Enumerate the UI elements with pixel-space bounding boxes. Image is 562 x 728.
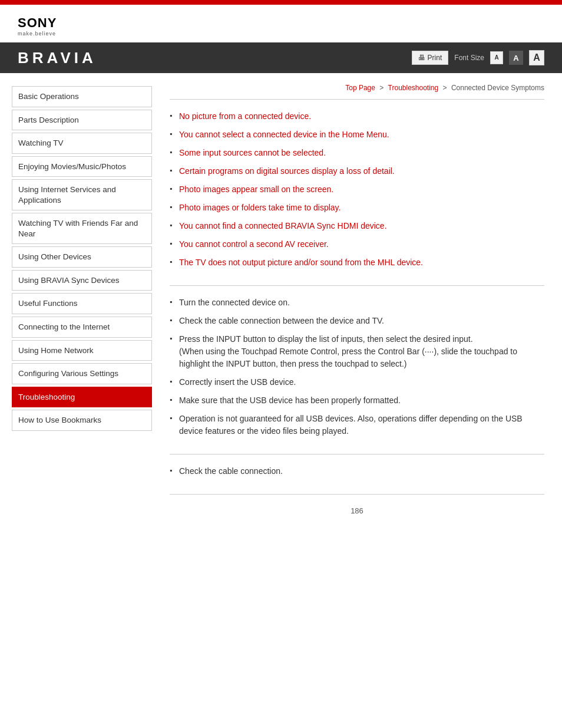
bullet-item-0-3[interactable]: Certain programs on digital sources disp… — [170, 165, 544, 177]
print-icon: 🖶 — [418, 54, 425, 62]
font-size-label: Font Size — [454, 54, 484, 62]
sidebar-item-13[interactable]: How to Use Bookmarks — [12, 410, 152, 431]
bullet-item-1-3: Correctly insert the USB device. — [170, 376, 544, 388]
bullet-list-0: No picture from a connected device.You c… — [170, 110, 544, 269]
sidebar-item-4[interactable]: Using Internet Services and Applications — [12, 179, 152, 210]
top-accent-bar — [0, 0, 562, 5]
bullet-item-0-4[interactable]: Photo images appear small on the screen. — [170, 183, 544, 196]
print-button[interactable]: 🖶 Print — [412, 51, 449, 65]
sidebar-item-9[interactable]: Connecting to the Internet — [12, 317, 152, 338]
sidebar-item-10[interactable]: Using Home Network — [12, 340, 152, 361]
sidebar-item-0[interactable]: Basic Operations — [12, 86, 152, 107]
sidebar-item-3[interactable]: Enjoying Movies/Music/Photos — [12, 156, 152, 177]
bullet-link-0-2[interactable]: Some input sources cannot be selected. — [179, 148, 326, 157]
content-area: Top Page > Troubleshooting > Connected D… — [152, 73, 562, 545]
sidebar-item-2[interactable]: Watching TV — [12, 133, 152, 154]
breadcrumb-troubleshooting[interactable]: Troubleshooting — [388, 84, 439, 92]
bullet-item-1-4: Make sure that the USB device has been p… — [170, 394, 544, 407]
sidebar-item-8[interactable]: Useful Functions — [12, 293, 152, 314]
content-section-2: Check the cable connection. — [170, 454, 544, 495]
bullet-item-1-0: Turn the connected device on. — [170, 297, 544, 309]
sony-logo: SONY — [18, 15, 544, 31]
sony-tagline: make.believe — [18, 31, 544, 37]
breadcrumb-current: Connected Device Symptoms — [451, 84, 544, 92]
sidebar-item-5[interactable]: Watching TV with Friends Far and Near — [12, 213, 152, 244]
sidebar-item-1[interactable]: Parts Description — [12, 110, 152, 131]
bullet-item-0-1[interactable]: You cannot select a connected device in … — [170, 129, 544, 141]
sidebar-item-6[interactable]: Using Other Devices — [12, 246, 152, 268]
print-label: Print — [428, 54, 442, 62]
bullet-link-0-3[interactable]: Certain programs on digital sources disp… — [179, 166, 395, 176]
bullet-link-0-0[interactable]: No picture from a connected device. — [179, 111, 311, 121]
bullet-item-0-5[interactable]: Photo images or folders take time to dis… — [170, 202, 544, 214]
bullet-link-0-7[interactable]: You cannot control a second AV receiver. — [179, 239, 329, 249]
sidebar-item-11[interactable]: Configuring Various Settings — [12, 363, 152, 384]
bravia-header: BRAVIA 🖶 Print Font Size A A A — [0, 42, 562, 73]
sidebar: Basic OperationsParts DescriptionWatchin… — [0, 73, 152, 545]
bullet-item-1-2: Press the INPUT button to display the li… — [170, 333, 544, 370]
bravia-title: BRAVIA — [18, 49, 97, 67]
bullet-item-2-0: Check the cable connection. — [170, 465, 544, 477]
font-size-small-button[interactable]: A — [490, 51, 503, 64]
main-layout: Basic OperationsParts DescriptionWatchin… — [0, 73, 562, 545]
sidebar-item-7[interactable]: Using BRAVIA Sync Devices — [12, 270, 152, 291]
breadcrumb-top-page[interactable]: Top Page — [345, 84, 375, 92]
page-number: 186 — [170, 495, 544, 527]
sidebar-item-12[interactable]: Troubleshooting — [12, 387, 152, 408]
font-size-medium-button[interactable]: A — [509, 51, 523, 65]
bullet-link-0-4[interactable]: Photo images appear small on the screen. — [179, 185, 333, 194]
bullet-list-2: Check the cable connection. — [170, 465, 544, 477]
breadcrumb: Top Page > Troubleshooting > Connected D… — [170, 79, 544, 99]
content-section-0: No picture from a connected device.You c… — [170, 99, 544, 285]
breadcrumb-sep2: > — [443, 84, 449, 92]
bullet-item-0-7[interactable]: You cannot control a second AV receiver. — [170, 238, 544, 251]
bullet-link-0-8[interactable]: The TV does not output picture and/or so… — [179, 258, 423, 267]
bullet-item-0-8[interactable]: The TV does not output picture and/or so… — [170, 256, 544, 269]
bullet-item-0-6[interactable]: You cannot find a connected BRAVIA Sync … — [170, 220, 544, 232]
font-size-large-button[interactable]: A — [529, 50, 544, 65]
bullet-link-0-5[interactable]: Photo images or folders take time to dis… — [179, 203, 340, 212]
breadcrumb-sep1: > — [379, 84, 385, 92]
header-controls: 🖶 Print Font Size A A A — [412, 50, 544, 65]
bullet-item-0-2[interactable]: Some input sources cannot be selected. — [170, 147, 544, 159]
bullet-item-0-0[interactable]: No picture from a connected device. — [170, 110, 544, 123]
bullet-item-1-1: Check the cable connection between the d… — [170, 315, 544, 327]
bullet-link-0-6[interactable]: You cannot find a connected BRAVIA Sync … — [179, 221, 387, 230]
logo-area: SONY make.believe — [0, 5, 562, 42]
bullet-link-0-1[interactable]: You cannot select a connected device in … — [179, 130, 389, 139]
bullet-item-1-5: Operation is not guaranteed for all USB … — [170, 413, 544, 437]
bullet-list-1: Turn the connected device on.Check the c… — [170, 297, 544, 437]
content-section-1: Turn the connected device on.Check the c… — [170, 285, 544, 454]
